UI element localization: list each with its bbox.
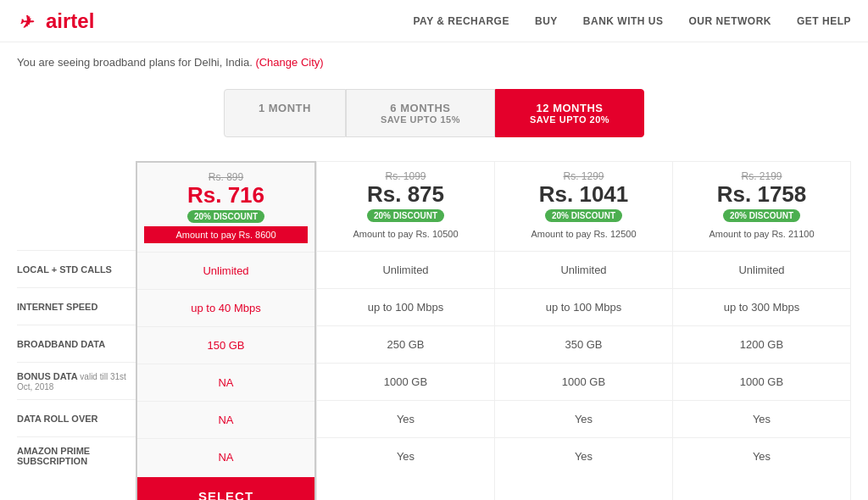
logo-wordmark: airtel	[46, 9, 94, 33]
label-broadband-data: Broadband Data	[17, 325, 136, 362]
plan-amazon-716: NA	[137, 438, 314, 475]
nav-bank[interactable]: BANK WITH US	[583, 15, 664, 27]
main-nav: PAY & RECHARGE BUY BANK WITH US OUR NETW…	[413, 15, 851, 27]
location-bar: You are seeing broadband plans for Delhi…	[17, 56, 851, 69]
feature-labels-column: Local + STD Calls Internet Speed Broadba…	[17, 161, 136, 500]
label-amazon: Amazon Prime Subscription	[17, 436, 136, 474]
current-price-716: Rs. 716	[144, 183, 308, 208]
current-price-1041: Rs. 1041	[502, 182, 665, 207]
amount-to-pay-1758: Amount to pay Rs. 21100	[680, 225, 843, 242]
plan-col-875: Rs. 1099 Rs. 875 20% DISCOUNT Amount to …	[316, 161, 494, 500]
plan-rollover-716: NA	[137, 401, 314, 438]
current-price-875: Rs. 875	[324, 182, 487, 207]
label-spacer	[17, 161, 136, 250]
plan-calls-1758: Unlimited	[673, 251, 850, 288]
logo: ✈ airtel	[17, 9, 94, 33]
select-placeholder-1758	[673, 475, 850, 500]
plan-col-1041: Rs. 1299 Rs. 1041 20% DISCOUNT Amount to…	[494, 161, 672, 500]
plan-speed-1041: up to 100 Mbps	[495, 288, 672, 325]
plan-bonus-1758: 1000 GB	[673, 363, 850, 400]
plan-speed-1758: up to 300 Mbps	[673, 288, 850, 325]
label-bonus-data: Bonus Data valid till 31st Oct, 2018	[17, 362, 136, 399]
discount-badge-1041: 20% DISCOUNT	[545, 209, 622, 222]
plan-calls-875: Unlimited	[317, 251, 494, 288]
select-button-716[interactable]: SELECT	[137, 477, 314, 500]
plan-header-1758: Rs. 2199 Rs. 1758 20% DISCOUNT Amount to…	[673, 162, 850, 251]
original-price-875: Rs. 1099	[324, 170, 487, 182]
svg-text:✈: ✈	[19, 13, 35, 31]
plan-calls-1041: Unlimited	[495, 251, 672, 288]
tab-12months[interactable]: 12 MONTHS SAVE UPTO 20%	[495, 89, 644, 137]
plan-col-1758: Rs. 2199 Rs. 1758 20% DISCOUNT Amount to…	[672, 161, 851, 500]
discount-badge-875: 20% DISCOUNT	[367, 209, 444, 222]
plan-bonus-875: 1000 GB	[317, 363, 494, 400]
discount-badge-716: 20% DISCOUNT	[187, 210, 264, 223]
plans-grid: Rs. 899 Rs. 716 20% DISCOUNT Amount to p…	[136, 161, 851, 500]
original-price-1758: Rs. 2199	[680, 170, 843, 182]
plan-amazon-1041: Yes	[495, 437, 672, 475]
plan-broadband-716: 150 GB	[137, 326, 314, 364]
plan-bonus-716: NA	[137, 364, 314, 401]
plan-rollover-1041: Yes	[495, 400, 672, 437]
plan-broadband-1041: 350 GB	[495, 325, 672, 363]
plan-header-716: Rs. 899 Rs. 716 20% DISCOUNT Amount to p…	[137, 163, 314, 252]
discount-badge-1758: 20% DISCOUNT	[723, 209, 800, 222]
tab-6months[interactable]: 6 MONTHS SAVE UPTO 15%	[346, 89, 495, 137]
airtel-logo-svg: ✈	[17, 9, 41, 33]
plans-table: Local + STD Calls Internet Speed Broadba…	[17, 161, 851, 500]
original-price-716: Rs. 899	[144, 171, 308, 183]
plan-speed-875: up to 100 Mbps	[317, 288, 494, 325]
change-city-link[interactable]: (Change City)	[255, 56, 323, 69]
plan-col-716: Rs. 899 Rs. 716 20% DISCOUNT Amount to p…	[136, 161, 316, 500]
duration-tabs: 1 MONTH 6 MONTHS SAVE UPTO 15% 12 MONTHS…	[17, 89, 851, 137]
plan-header-875: Rs. 1099 Rs. 875 20% DISCOUNT Amount to …	[317, 162, 494, 251]
plan-amazon-875: Yes	[317, 437, 494, 475]
plan-broadband-875: 250 GB	[317, 325, 494, 363]
amount-to-pay-716: Amount to pay Rs. 8600	[144, 226, 308, 243]
plan-rollover-1758: Yes	[673, 400, 850, 437]
current-price-1758: Rs. 1758	[680, 182, 843, 207]
amount-to-pay-1041: Amount to pay Rs. 12500	[502, 225, 665, 242]
plan-bonus-1041: 1000 GB	[495, 363, 672, 400]
plan-header-1041: Rs. 1299 Rs. 1041 20% DISCOUNT Amount to…	[495, 162, 672, 251]
tab-1month[interactable]: 1 MONTH	[224, 89, 346, 137]
select-placeholder-1041	[495, 475, 672, 500]
nav-network[interactable]: OUR NETWORK	[688, 15, 771, 27]
original-price-1041: Rs. 1299	[502, 170, 665, 182]
content-area: You are seeing broadband plans for Delhi…	[0, 42, 868, 500]
plan-calls-716: Unlimited	[137, 252, 314, 289]
nav-help[interactable]: GET HELP	[797, 15, 851, 27]
location-text: You are seeing broadband plans for Delhi…	[17, 56, 253, 69]
plan-broadband-1758: 1200 GB	[673, 325, 850, 363]
plan-speed-716: up to 40 Mbps	[137, 289, 314, 326]
plan-rollover-875: Yes	[317, 400, 494, 437]
amount-to-pay-875: Amount to pay Rs. 10500	[324, 225, 487, 242]
plan-amazon-1758: Yes	[673, 437, 850, 475]
header: ✈ airtel PAY & RECHARGE BUY BANK WITH US…	[0, 0, 868, 42]
label-data-rollover: Data Roll Over	[17, 399, 136, 436]
nav-buy[interactable]: BUY	[535, 15, 558, 27]
nav-pay-recharge[interactable]: PAY & RECHARGE	[413, 15, 509, 27]
label-calls: Local + STD Calls	[17, 250, 136, 287]
label-speed: Internet Speed	[17, 287, 136, 325]
select-placeholder-875	[317, 475, 494, 500]
